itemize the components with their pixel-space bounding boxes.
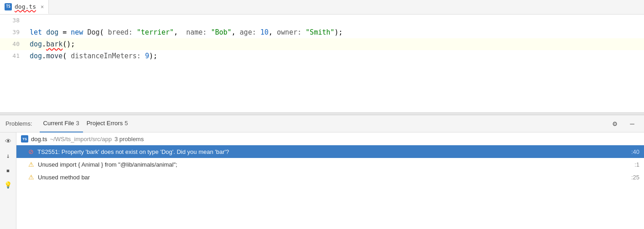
tab-project-errors-label: Project Errors [87, 120, 123, 127]
down-arrow-icon[interactable]: ↓ [3, 151, 13, 161]
problem-warning-1-line: :1 [634, 161, 639, 168]
problems-sidebar: 👁 ↓ ▪ 💡 [0, 132, 16, 229]
code-line-38: 38 [0, 15, 644, 26]
problem-row-warning-1[interactable]: ⚠ Unused import { Animal } from "@lib/an… [16, 158, 644, 171]
tab-project-errors[interactable]: Project Errors 5 [83, 115, 132, 132]
problem-warning-2-text: Unused method bar [38, 174, 628, 181]
tab-close-button[interactable]: × [41, 4, 44, 10]
line-number-39: 39 [0, 26, 25, 38]
eye-icon[interactable]: 👁 [3, 136, 13, 146]
tab-current-file-count: 3 [76, 120, 79, 127]
tab-filename: dog.ts [15, 3, 36, 10]
problems-panel: Problems: Current File 3 Project Errors … [0, 115, 644, 229]
file-path: ~/WS/ts_import/src/app [50, 136, 111, 142]
settings-button[interactable]: ⚙ [608, 117, 621, 130]
ts-file-icon: TS [5, 3, 12, 10]
line-content-40: dog.bark(); [25, 38, 75, 50]
problem-row-error[interactable]: ⊘ TS2551: Property 'bark' does not exist… [16, 145, 644, 158]
code-line-40: 40 dog.bark(); [0, 38, 644, 50]
code-line-41: 41 dog.move( distanceInMeters: 9); [0, 50, 644, 62]
code-lines: 38 39 let dog = new Dog( breed: "terrier… [0, 15, 644, 62]
stop-icon[interactable]: ▪ [3, 165, 13, 175]
file-name: dog.ts [31, 136, 47, 142]
problems-content: TS dog.ts ~/WS/ts_import/src/app 3 probl… [16, 132, 644, 229]
line-number-41: 41 [0, 50, 25, 62]
line-number-38: 38 [0, 15, 25, 26]
problems-label: Problems: [5, 120, 32, 127]
header-icons: ⚙ — [608, 117, 639, 130]
file-problems-count: 3 problems [114, 136, 144, 142]
editor-area: 38 39 let dog = new Dog( breed: "terrier… [0, 15, 644, 112]
line-content-39: let dog = new Dog( breed: "terrier", nam… [25, 26, 343, 38]
tab-bar: TS dog.ts × [0, 0, 644, 15]
bulb-icon[interactable]: 💡 [3, 180, 13, 190]
tab-current-file-label: Current File [43, 120, 74, 127]
problem-warning-1-text: Unused import { Animal } from "@lib/anim… [38, 161, 631, 168]
tab-project-errors-count: 5 [125, 120, 128, 127]
code-line-39: 39 let dog = new Dog( breed: "terrier", … [0, 26, 644, 38]
problems-list-area: 👁 ↓ ▪ 💡 TS dog.ts ~/WS/ts_import/src/app… [0, 132, 644, 229]
problems-header: Problems: Current File 3 Project Errors … [0, 115, 644, 132]
file-header: TS dog.ts ~/WS/ts_import/src/app 3 probl… [16, 132, 644, 145]
warning-icon-1: ⚠ [28, 161, 34, 168]
problem-error-text: TS2551: Property 'bark' does not exist o… [37, 148, 628, 155]
tab-current-file[interactable]: Current File 3 [40, 115, 83, 132]
dog-ts-tab[interactable]: TS dog.ts × [0, 0, 49, 14]
line-number-40: 40 [0, 38, 25, 50]
problem-error-line: :40 [631, 148, 639, 155]
line-content-41: dog.move( distanceInMeters: 9); [25, 50, 157, 62]
problem-warning-2-line: :25 [631, 174, 639, 181]
minimize-button[interactable]: — [626, 117, 639, 130]
file-ts-icon: TS [21, 135, 28, 142]
warning-icon-2: ⚠ [28, 173, 34, 181]
error-icon: ⊘ [28, 148, 34, 155]
problem-row-warning-2[interactable]: ⚠ Unused method bar :25 [16, 171, 644, 183]
